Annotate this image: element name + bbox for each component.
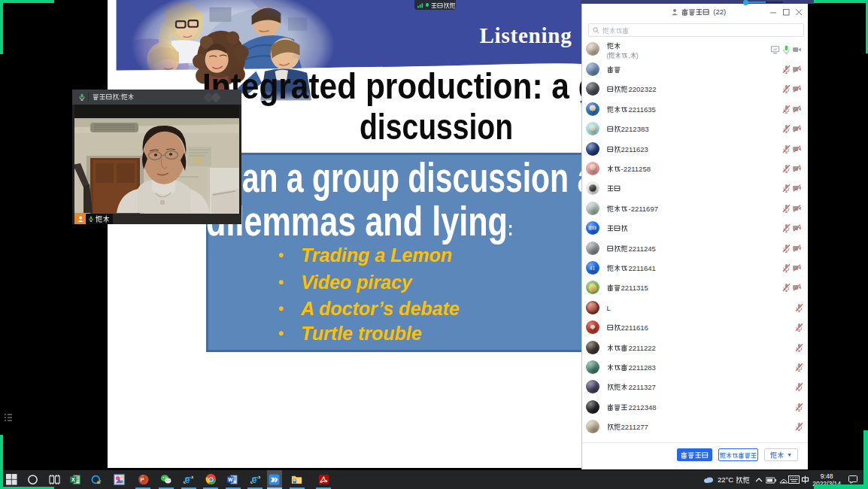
svg-text:W: W — [228, 477, 233, 482]
svg-text:P: P — [140, 476, 144, 483]
svg-text:X: X — [71, 477, 74, 482]
svg-text:Listening: Listening — [480, 23, 572, 47]
